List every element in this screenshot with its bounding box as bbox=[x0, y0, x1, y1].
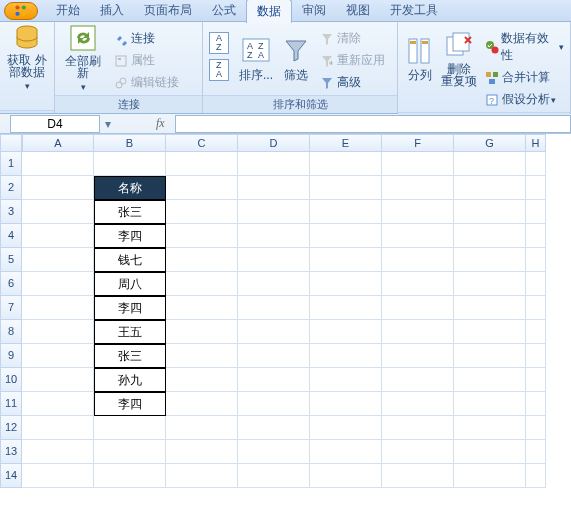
cell-E10[interactable] bbox=[310, 368, 382, 392]
cell-A3[interactable] bbox=[22, 200, 94, 224]
refresh-all-button[interactable]: 全部刷新▾ bbox=[59, 25, 107, 91]
cell-F10[interactable] bbox=[382, 368, 454, 392]
data-validation-button[interactable]: 数据有效性▾ bbox=[482, 29, 566, 65]
cell-B4[interactable]: 李四 bbox=[94, 224, 166, 248]
cell-C12[interactable] bbox=[166, 416, 238, 440]
cell-E5[interactable] bbox=[310, 248, 382, 272]
cell-A14[interactable] bbox=[22, 464, 94, 488]
cell-F14[interactable] bbox=[382, 464, 454, 488]
what-if-button[interactable]: ?假设分析▾ bbox=[482, 90, 566, 109]
get-external-data-button[interactable]: 获取 外部数据▾ bbox=[4, 25, 50, 91]
row-header-14[interactable]: 14 bbox=[0, 464, 22, 488]
cell-F12[interactable] bbox=[382, 416, 454, 440]
cell-D6[interactable] bbox=[238, 272, 310, 296]
cell-G9[interactable] bbox=[454, 344, 526, 368]
cell-A8[interactable] bbox=[22, 320, 94, 344]
text-to-columns-button[interactable]: 分列 bbox=[402, 25, 438, 91]
cell-C2[interactable] bbox=[166, 176, 238, 200]
sort-desc-button[interactable]: ZA bbox=[207, 58, 233, 82]
tab-数据[interactable]: 数据 bbox=[246, 0, 292, 23]
office-button[interactable] bbox=[4, 2, 38, 20]
cell-E14[interactable] bbox=[310, 464, 382, 488]
row-header-10[interactable]: 10 bbox=[0, 368, 22, 392]
name-box-dropdown[interactable]: ▾ bbox=[100, 116, 116, 132]
row-header-9[interactable]: 9 bbox=[0, 344, 22, 368]
cell-D12[interactable] bbox=[238, 416, 310, 440]
cell-B10[interactable]: 孙九 bbox=[94, 368, 166, 392]
cell-E7[interactable] bbox=[310, 296, 382, 320]
cell-H6[interactable] bbox=[526, 272, 546, 296]
cell-H7[interactable] bbox=[526, 296, 546, 320]
row-header-2[interactable]: 2 bbox=[0, 176, 22, 200]
tab-审阅[interactable]: 审阅 bbox=[292, 0, 336, 23]
col-header-C[interactable]: C bbox=[166, 134, 238, 152]
cell-H3[interactable] bbox=[526, 200, 546, 224]
cell-E8[interactable] bbox=[310, 320, 382, 344]
cell-H5[interactable] bbox=[526, 248, 546, 272]
col-header-F[interactable]: F bbox=[382, 134, 454, 152]
sort-button[interactable]: AZZA 排序... bbox=[235, 25, 277, 91]
fx-icon[interactable]: fx bbox=[156, 116, 165, 131]
cell-C3[interactable] bbox=[166, 200, 238, 224]
cell-G7[interactable] bbox=[454, 296, 526, 320]
cell-H2[interactable] bbox=[526, 176, 546, 200]
cell-C13[interactable] bbox=[166, 440, 238, 464]
cell-E9[interactable] bbox=[310, 344, 382, 368]
cell-D13[interactable] bbox=[238, 440, 310, 464]
cell-A5[interactable] bbox=[22, 248, 94, 272]
cell-H1[interactable] bbox=[526, 152, 546, 176]
cell-B7[interactable]: 李四 bbox=[94, 296, 166, 320]
connections-button[interactable]: 连接 bbox=[111, 29, 181, 48]
cell-A12[interactable] bbox=[22, 416, 94, 440]
cell-B1[interactable] bbox=[94, 152, 166, 176]
cell-G5[interactable] bbox=[454, 248, 526, 272]
cell-G13[interactable] bbox=[454, 440, 526, 464]
cell-C10[interactable] bbox=[166, 368, 238, 392]
cell-D2[interactable] bbox=[238, 176, 310, 200]
cell-D4[interactable] bbox=[238, 224, 310, 248]
cell-B9[interactable]: 张三 bbox=[94, 344, 166, 368]
name-box[interactable]: D4 bbox=[10, 115, 100, 133]
cell-C1[interactable] bbox=[166, 152, 238, 176]
reapply-button[interactable]: 重新应用 bbox=[317, 51, 387, 70]
tab-视图[interactable]: 视图 bbox=[336, 0, 380, 23]
filter-button[interactable]: 筛选 bbox=[277, 25, 315, 91]
cell-G6[interactable] bbox=[454, 272, 526, 296]
cell-C7[interactable] bbox=[166, 296, 238, 320]
cell-G14[interactable] bbox=[454, 464, 526, 488]
row-header-11[interactable]: 11 bbox=[0, 392, 22, 416]
cell-A11[interactable] bbox=[22, 392, 94, 416]
cell-A9[interactable] bbox=[22, 344, 94, 368]
cell-A4[interactable] bbox=[22, 224, 94, 248]
remove-duplicates-button[interactable]: 删除 重复项 bbox=[438, 25, 480, 91]
cell-B12[interactable] bbox=[94, 416, 166, 440]
cell-D9[interactable] bbox=[238, 344, 310, 368]
cell-A13[interactable] bbox=[22, 440, 94, 464]
tab-开发工具[interactable]: 开发工具 bbox=[380, 0, 448, 23]
sort-asc-button[interactable]: AZ bbox=[207, 31, 233, 55]
cell-B3[interactable]: 张三 bbox=[94, 200, 166, 224]
cell-D5[interactable] bbox=[238, 248, 310, 272]
cell-G10[interactable] bbox=[454, 368, 526, 392]
cell-E13[interactable] bbox=[310, 440, 382, 464]
tab-插入[interactable]: 插入 bbox=[90, 0, 134, 23]
cell-D1[interactable] bbox=[238, 152, 310, 176]
tab-开始[interactable]: 开始 bbox=[46, 0, 90, 23]
cell-G12[interactable] bbox=[454, 416, 526, 440]
cell-F1[interactable] bbox=[382, 152, 454, 176]
row-header-6[interactable]: 6 bbox=[0, 272, 22, 296]
cell-F11[interactable] bbox=[382, 392, 454, 416]
cell-H11[interactable] bbox=[526, 392, 546, 416]
col-header-G[interactable]: G bbox=[454, 134, 526, 152]
cell-B5[interactable]: 钱七 bbox=[94, 248, 166, 272]
row-header-12[interactable]: 12 bbox=[0, 416, 22, 440]
cell-G11[interactable] bbox=[454, 392, 526, 416]
cell-F6[interactable] bbox=[382, 272, 454, 296]
cell-F9[interactable] bbox=[382, 344, 454, 368]
col-header-H[interactable]: H bbox=[526, 134, 546, 152]
cell-A6[interactable] bbox=[22, 272, 94, 296]
cell-B6[interactable]: 周八 bbox=[94, 272, 166, 296]
cell-G8[interactable] bbox=[454, 320, 526, 344]
cell-G3[interactable] bbox=[454, 200, 526, 224]
cell-E2[interactable] bbox=[310, 176, 382, 200]
